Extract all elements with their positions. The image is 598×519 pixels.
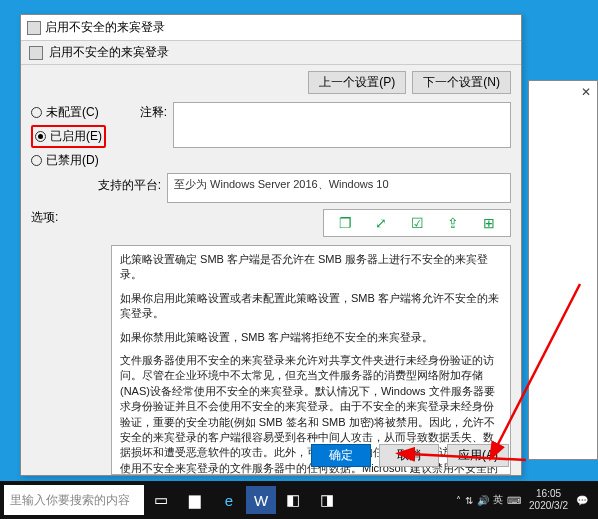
radio-label: 已禁用(D): [46, 152, 99, 169]
platform-label: 支持的平台:: [31, 173, 161, 194]
policy-dialog: 启用不安全的来宾登录 启用不安全的来宾登录 上一个设置(P) 下一个设置(N) …: [20, 14, 522, 476]
clock-time: 16:05: [529, 488, 568, 500]
task-view-icon[interactable]: ▭: [144, 484, 178, 516]
radio-not-configured[interactable]: 未配置(C): [31, 104, 106, 121]
tray-ime[interactable]: 英: [493, 493, 503, 507]
tray-up-icon[interactable]: ˄: [456, 495, 461, 506]
radio-disabled[interactable]: 已禁用(D): [31, 152, 106, 169]
options-label: 选项:: [31, 209, 106, 237]
radio-icon: [35, 131, 46, 142]
app-icon: [27, 21, 41, 35]
tray-keyboard-icon[interactable]: ⌨: [507, 495, 521, 506]
window-title: 启用不安全的来宾登录: [45, 19, 165, 36]
app-icon-1[interactable]: ◧: [276, 484, 310, 516]
section-title: 启用不安全的来宾登录: [49, 44, 169, 61]
taskbar-clock[interactable]: 16:05 2020/3/2: [525, 488, 572, 512]
comment-label: 注释:: [112, 102, 167, 169]
folder-icon[interactable]: ▆: [178, 484, 212, 516]
cancel-button[interactable]: 取消: [379, 444, 439, 467]
next-setting-button[interactable]: 下一个设置(N): [412, 71, 511, 94]
taskbar-search[interactable]: 里输入你要搜索的内容: [4, 485, 144, 515]
icon-tray: ❐ ⤢ ☑ ⇪ ⊞: [323, 209, 511, 237]
radio-enabled[interactable]: 已启用(E): [31, 125, 106, 148]
titlebar: 启用不安全的来宾登录: [21, 15, 521, 41]
dialog-buttons: 确定 取消 应用(A): [311, 444, 509, 467]
apply-button[interactable]: 应用(A): [447, 444, 509, 467]
tray-volume-icon[interactable]: 🔊: [477, 495, 489, 506]
expand-icon[interactable]: ⤢: [372, 214, 390, 232]
radio-icon: [31, 107, 42, 118]
comment-input[interactable]: [173, 102, 511, 148]
apps-icon[interactable]: ⊞: [480, 214, 498, 232]
help-text: 此策略设置确定 SMB 客户端是否允许在 SMB 服务器上进行不安全的来宾登录。…: [111, 245, 511, 475]
state-radio-group: 未配置(C) 已启用(E) 已禁用(D): [31, 102, 106, 169]
copy-icon[interactable]: ❐: [336, 214, 354, 232]
app-icon-2[interactable]: ◨: [310, 484, 344, 516]
share-icon[interactable]: ⇪: [444, 214, 462, 232]
word-icon[interactable]: W: [246, 486, 276, 514]
radio-label: 未配置(C): [46, 104, 99, 121]
section-header: 启用不安全的来宾登录: [21, 41, 521, 65]
radio-icon: [31, 155, 42, 166]
check-icon[interactable]: ☑: [408, 214, 426, 232]
prev-setting-button[interactable]: 上一个设置(P): [308, 71, 406, 94]
help-p3: 如果你禁用此策略设置，SMB 客户端将拒绝不安全的来宾登录。: [120, 330, 502, 345]
system-tray: ˄ ⇅ 🔊 英 ⌨ 16:05 2020/3/2 💬: [456, 488, 594, 512]
search-placeholder: 里输入你要搜索的内容: [10, 492, 130, 509]
clock-date: 2020/3/2: [529, 500, 568, 512]
tray-network-icon[interactable]: ⇅: [465, 495, 473, 506]
notification-icon[interactable]: 💬: [576, 495, 588, 506]
taskbar: 里输入你要搜索的内容 ▭ ▆ e W ◧ ◨ ˄ ⇅ 🔊 英 ⌨ 16:05 2…: [0, 481, 598, 519]
close-icon[interactable]: ✕: [581, 85, 591, 99]
ok-button[interactable]: 确定: [311, 444, 371, 467]
edge-icon[interactable]: e: [212, 484, 246, 516]
platform-text: 至少为 Windows Server 2016、Windows 10: [167, 173, 511, 203]
radio-label: 已启用(E): [50, 128, 102, 145]
help-p1: 此策略设置确定 SMB 客户端是否允许在 SMB 服务器上进行不安全的来宾登录。: [120, 252, 502, 283]
section-icon: [29, 46, 43, 60]
background-window: ✕: [528, 80, 598, 460]
help-p2: 如果你启用此策略设置或者未配置此策略设置，SMB 客户端将允许不安全的来宾登录。: [120, 291, 502, 322]
